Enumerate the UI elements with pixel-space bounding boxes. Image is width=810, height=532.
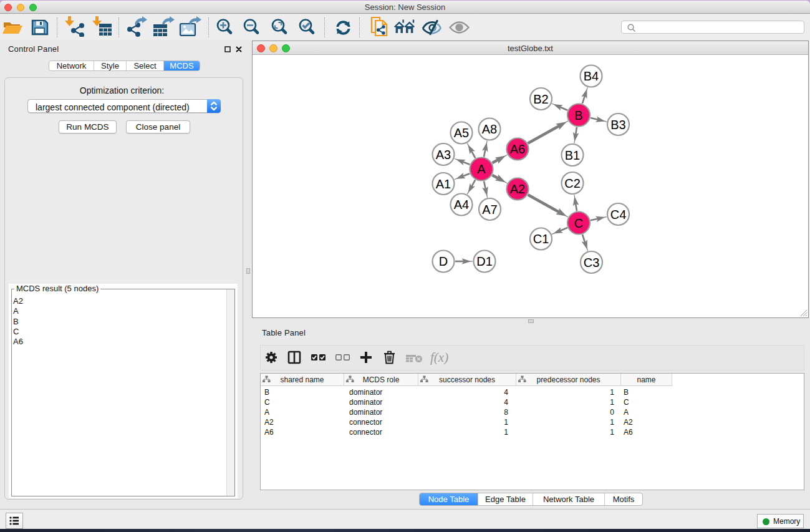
svg-text:C2: C2 [564,177,581,190]
svg-text:C4: C4 [610,208,627,221]
svg-text:A5: A5 [454,126,469,140]
svg-text:B2: B2 [533,92,548,106]
svg-text:B3: B3 [610,118,625,132]
svg-text:B1: B1 [565,148,580,162]
svg-text:D1: D1 [476,254,493,268]
svg-text:C1: C1 [533,232,549,246]
svg-text:D: D [439,254,448,268]
svg-text:C3: C3 [584,256,600,269]
svg-text:A: A [477,162,486,176]
svg-text:A8: A8 [482,122,497,136]
svg-text:A2: A2 [510,182,525,196]
svg-text:A7: A7 [482,203,497,216]
svg-text:C: C [574,216,583,230]
svg-text:B4: B4 [584,69,599,83]
svg-text:B: B [574,109,582,122]
svg-text:A1: A1 [436,177,451,191]
svg-text:A6: A6 [510,142,525,156]
svg-text:A3: A3 [436,148,451,162]
svg-text:A4: A4 [454,198,469,211]
